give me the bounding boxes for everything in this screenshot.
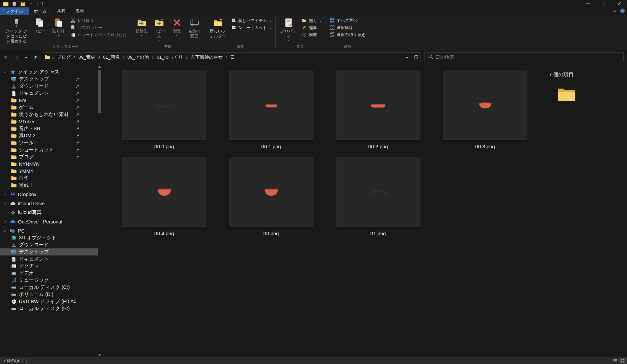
tab-home[interactable]: ホーム	[29, 7, 52, 15]
sidebar-item-documents-pinned[interactable]: ドキュメント	[0, 90, 98, 97]
sidebar-item-3d-objects[interactable]: 3D オブジェクト	[0, 234, 98, 241]
sidebar-item-desktop[interactable]: デスクトップ	[0, 248, 98, 255]
file-item[interactable]: 00.1.png	[218, 70, 325, 157]
copy-button[interactable]: コピー	[31, 16, 48, 44]
sidebar-item-local-disk-c[interactable]: ローカル ディスク (C:)	[0, 284, 98, 291]
view-details-button[interactable]	[611, 358, 619, 364]
sidebar-item-videos[interactable]: ビデオ	[0, 270, 98, 277]
sidebar-item-onedrive[interactable]: OneDrive - Personal	[0, 218, 98, 225]
sidebar-item-vtuber[interactable]: VTuber	[0, 118, 98, 125]
chevron-right-icon[interactable]	[2, 220, 7, 223]
address-dropdown-icon[interactable]	[403, 53, 411, 62]
shortcut-button[interactable]: ショートカット	[229, 24, 274, 31]
select-none-button[interactable]: 選択解除	[328, 24, 367, 31]
breadcrumb-item[interactable]: 01_ゆっくり	[154, 53, 186, 62]
collapse-ribbon-icon[interactable]	[613, 8, 617, 14]
sidebar-item-ymm4[interactable]: YMM4	[0, 168, 98, 175]
sidebar-item-volume-d[interactable]: ボリューム (D:)	[0, 291, 98, 298]
qat-new-folder-button[interactable]	[19, 0, 26, 7]
file-thumbnail[interactable]	[229, 157, 314, 227]
file-item[interactable]: 00.3.png	[432, 70, 539, 157]
select-all-button[interactable]: すべて選択	[328, 17, 367, 24]
copy-to-button[interactable]: コピー先	[151, 16, 168, 44]
sidebar-item-game[interactable]: ゲーム	[0, 104, 98, 111]
file-thumbnail[interactable]	[122, 70, 207, 140]
tab-file[interactable]: ファイル	[0, 7, 29, 15]
paste-button[interactable]: 貼り付け	[48, 16, 69, 44]
move-to-button[interactable]: 移動先	[133, 16, 151, 44]
breadcrumb-item[interactable]: 01_画像	[100, 53, 122, 62]
sidebar-item-local-disk-h[interactable]: ローカル ディスク (H:)	[0, 305, 98, 312]
recent-locations-button[interactable]	[21, 52, 31, 62]
chevron-right-icon[interactable]	[2, 202, 7, 205]
minimize-button[interactable]	[580, 0, 596, 7]
file-item[interactable]: 00.4.png	[111, 157, 218, 244]
qat-properties-button[interactable]	[10, 0, 18, 7]
breadcrumb-item[interactable]: ブログ	[54, 53, 73, 62]
sidebar-item-shortcuts[interactable]: ショートカット	[0, 146, 98, 153]
file-item[interactable]: 00.0.png	[111, 70, 218, 157]
qat-customize-chevron-icon[interactable]	[27, 0, 35, 7]
sidebar-item-downloads-pinned[interactable]: ダウンロード	[0, 83, 98, 90]
file-item[interactable]: 00.png	[218, 157, 325, 244]
sidebar-item-jisaku[interactable]: 自作	[0, 175, 98, 182]
file-item[interactable]: 01.png	[325, 157, 432, 244]
breadcrumb-item[interactable]: 左下海神の巫女	[188, 53, 225, 62]
cut-button[interactable]: 切り取り	[69, 17, 129, 24]
scrollbar-thumb[interactable]	[98, 70, 101, 113]
sidebar-item-pictures[interactable]: ピクチャ	[0, 263, 98, 270]
tab-share[interactable]: 共有	[52, 7, 70, 15]
file-thumbnail[interactable]	[122, 157, 207, 227]
view-large-icons-button[interactable]	[619, 358, 626, 364]
copy-path-button[interactable]: パスのコピー	[69, 24, 129, 31]
breadcrumb-item[interactable]: 口	[228, 53, 238, 62]
scroll-up-icon[interactable]	[98, 64, 101, 69]
file-thumbnail[interactable]	[336, 157, 420, 227]
new-folder-button[interactable]: 新しいフォルダー	[207, 16, 229, 44]
sidebar-item-dvd-rw-f[interactable]: DVD RW ドライブ (F:) A5	[0, 298, 98, 305]
breadcrumb-item[interactable]: 09_その他	[125, 53, 152, 62]
delete-button[interactable]: 削除	[168, 16, 186, 44]
tab-view[interactable]: 表示	[70, 7, 89, 15]
sidebar-item-blog[interactable]: ブログ	[0, 153, 98, 160]
open-button[interactable]: 開く	[300, 17, 324, 24]
sidebar-item-maybe-materials[interactable]: 使うかもしれない素材	[0, 111, 98, 118]
rename-button[interactable]: 名前の変更	[186, 16, 203, 44]
sidebar-item-downloads[interactable]: ダウンロード	[0, 241, 98, 248]
file-item[interactable]: 00.2.png	[325, 70, 432, 157]
history-button[interactable]: 履歴	[300, 31, 324, 38]
invert-selection-button[interactable]: 選択の切り替え	[328, 31, 367, 38]
sidebar-item-icloud-drive[interactable]: iCloud Drive	[0, 200, 98, 207]
sidebar-item-icloud-photos[interactable]: iCloud写真	[0, 209, 98, 216]
close-button[interactable]	[611, 0, 627, 7]
sidebar-item-music[interactable]: ミュージック	[0, 277, 98, 284]
pin-to-quick-access-button[interactable]: クイック アクセスにピン留めする	[2, 16, 31, 44]
properties-button[interactable]: プロパティ	[277, 16, 300, 44]
up-button[interactable]	[31, 52, 40, 62]
scroll-down-icon[interactable]	[98, 353, 101, 357]
address-bar[interactable]: ブログ09_素材01_画像09_その他01_ゆっくり左下海神の巫女口	[42, 52, 420, 62]
help-icon[interactable]: ?	[620, 8, 625, 14]
file-thumbnail[interactable]	[229, 70, 314, 140]
maximize-button[interactable]	[596, 0, 611, 7]
sidebar-item-pc[interactable]: PC	[0, 227, 98, 234]
scrollbar-track[interactable]	[98, 69, 101, 353]
refresh-icon[interactable]	[411, 53, 420, 62]
sidebar-item-documents[interactable]: ドキュメント	[0, 255, 98, 263]
chevron-down-icon[interactable]	[2, 229, 7, 233]
new-item-button[interactable]: 新しいアイテム	[229, 17, 274, 24]
sidebar-item-yugioh[interactable]: 遊戯王	[0, 182, 98, 189]
chevron-right-icon[interactable]	[2, 193, 7, 196]
sidebar-item-tools[interactable]: ツール	[0, 139, 98, 146]
sidebar-item-era[interactable]: Era	[0, 97, 98, 104]
file-thumbnail[interactable]	[336, 70, 420, 140]
breadcrumb-item[interactable]: 09_素材	[76, 53, 98, 62]
sidebar-item-onsei-bb[interactable]: 音声・BB	[0, 125, 98, 132]
sidebar-item-nynnyn[interactable]: NYNNYN	[0, 160, 98, 168]
sidebar-item-desktop-pinned[interactable]: デスクトップ	[0, 75, 98, 83]
forward-button[interactable]	[11, 52, 21, 62]
file-thumbnail[interactable]	[443, 70, 527, 140]
edit-button[interactable]: 編集	[300, 24, 324, 31]
paste-shortcut-button[interactable]: ショートカットの貼り付け	[69, 31, 129, 38]
sidebar-scrollbar[interactable]	[98, 64, 101, 357]
